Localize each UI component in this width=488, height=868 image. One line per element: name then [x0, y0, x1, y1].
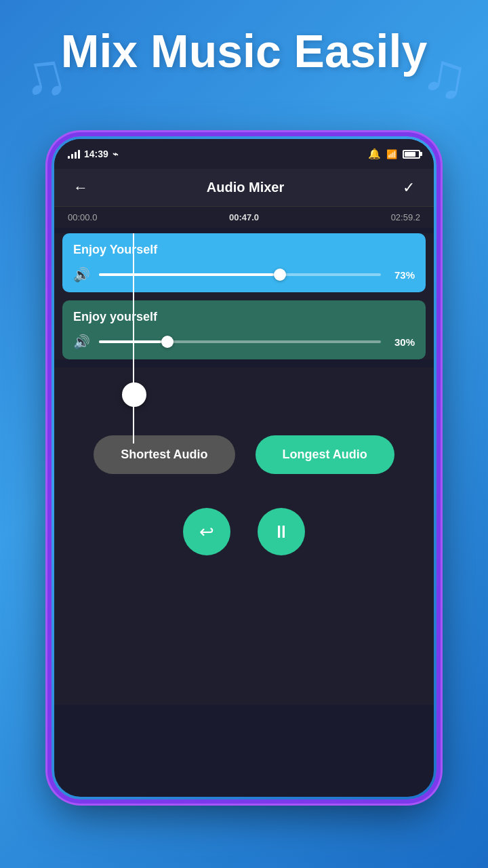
status-bar: 14:39 ⌁ 🔔 📶 — [54, 139, 434, 169]
track-2-volume-pct: 30% — [388, 336, 415, 348]
pause-button[interactable]: ⏸ — [258, 508, 305, 555]
battery-fill — [405, 152, 415, 157]
pause-icon: ⏸ — [272, 521, 290, 542]
status-left: 14:39 ⌁ — [68, 149, 118, 159]
tracks-container: Enjoy Yourself 🔊 73% Enjoy yourself 🔊 30… — [54, 233, 434, 359]
status-right: 🔔 📶 — [368, 148, 420, 160]
replay-icon: ↩ — [199, 521, 214, 542]
track-2-slider-thumb[interactable] — [161, 336, 174, 348]
hero-title: Mix Music Easily — [0, 26, 488, 77]
track-1-slider-thumb[interactable] — [274, 269, 286, 281]
signal-bars — [68, 149, 80, 159]
playhead-circle[interactable] — [122, 382, 146, 407]
track-2-slider-fill — [99, 340, 161, 343]
track-1: Enjoy Yourself 🔊 73% — [62, 233, 426, 292]
phone-frame: 14:39 ⌁ 🔔 📶 ← Audio Mixer ✓ 00:00.0 00:4… — [51, 136, 437, 800]
confirm-button[interactable]: ✓ — [397, 176, 420, 199]
timeline-current: 00:47.0 — [229, 212, 259, 222]
status-time: 14:39 — [84, 149, 108, 159]
playhead-line — [133, 368, 134, 422]
track-1-volume-pct: 73% — [388, 269, 415, 281]
track-2-volume-icon: 🔊 — [73, 334, 92, 350]
track-2-slider[interactable] — [99, 340, 381, 343]
signal-bar-4 — [78, 150, 80, 159]
track-2: Enjoy yourself 🔊 30% — [62, 300, 426, 359]
wifi-icon: 📶 — [386, 149, 397, 159]
bottom-filler — [54, 569, 434, 705]
bell-icon: 🔔 — [368, 148, 381, 160]
track-2-controls: 🔊 30% — [73, 334, 415, 350]
signal-bar-3 — [75, 152, 77, 159]
buttons-row: Shortest Audio Longest Audio — [54, 422, 434, 488]
track-1-controls: 🔊 73% — [73, 267, 415, 283]
replay-button[interactable]: ↩ — [183, 508, 230, 555]
app-header: ← Audio Mixer ✓ — [54, 169, 434, 207]
playback-controls: ↩ ⏸ — [54, 488, 434, 569]
playhead-area — [54, 368, 434, 422]
longest-audio-button[interactable]: Longest Audio — [256, 435, 394, 474]
usb-icon: ⌁ — [113, 149, 118, 159]
track-1-slider-fill — [99, 273, 274, 276]
signal-bar-2 — [71, 154, 73, 159]
signal-bar-1 — [68, 156, 70, 159]
shortest-audio-button[interactable]: Shortest Audio — [94, 435, 235, 474]
app-header-title: Audio Mixer — [207, 180, 284, 195]
timeline-end: 02:59.2 — [391, 212, 420, 222]
track-1-volume-icon: 🔊 — [73, 267, 92, 283]
track-1-slider[interactable] — [99, 273, 381, 276]
timeline-start: 00:00.0 — [68, 212, 97, 222]
track-2-title: Enjoy yourself — [73, 310, 415, 324]
battery-icon — [403, 150, 420, 159]
back-button[interactable]: ← — [68, 176, 94, 199]
timeline-bar: 00:00.0 00:47.0 02:59.2 — [54, 207, 434, 228]
track-1-title: Enjoy Yourself — [73, 243, 415, 257]
